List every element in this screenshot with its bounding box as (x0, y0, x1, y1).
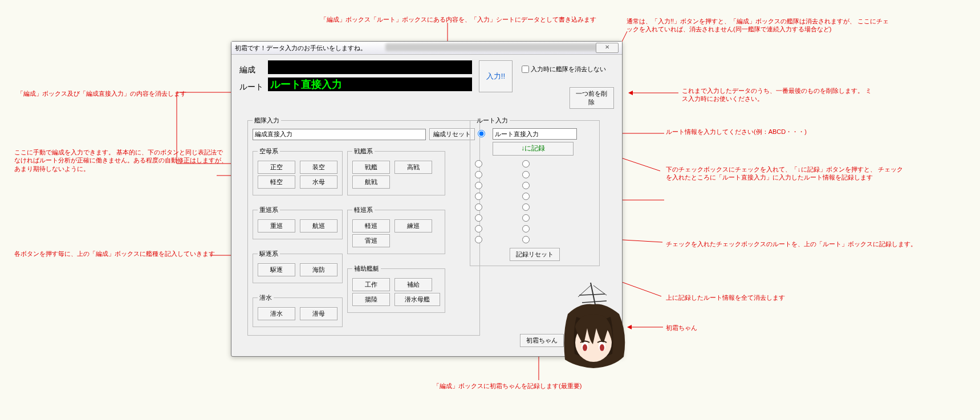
annot-direct-desc: ここに手動で編成を入力できます。 基本的に、下のボタンと同じ表記法でなければルー… (14, 148, 228, 173)
route-check-2h[interactable] (522, 236, 530, 243)
route-direct-input[interactable] (493, 128, 577, 140)
btn-renjun[interactable]: 練巡 (395, 219, 432, 233)
group-juujun: 重巡系 重巡 航巡 (253, 206, 343, 239)
fleet-input-group: 艦隊入力 編成リセット 空母系 正空 装空 軽空 水母 (247, 116, 480, 336)
btn-souku[interactable]: 装空 (300, 161, 337, 174)
annot-routeinput-desc: ルート情報を入力してください(例：ABCD・・・) (666, 128, 807, 136)
btn-kousen[interactable]: 高戦 (395, 161, 432, 174)
annot-shipbtn-desc: 各ボタンを押す毎に、上の「編成」ボックスに艦種を記入していきます (14, 250, 215, 258)
group-sensui: 潜水 潜水 潜母 (253, 293, 343, 327)
annot-reset-desc: 「編成」ボックス及び「編成直接入力」の内容を消去します (17, 89, 186, 97)
route-check-2f[interactable] (522, 214, 530, 222)
route-check-2g[interactable] (522, 225, 530, 233)
btn-keiku[interactable]: 軽空 (258, 176, 295, 189)
route-check-1d[interactable] (475, 193, 482, 200)
route-check-1b[interactable] (475, 171, 482, 178)
no-clear-checkbox[interactable] (522, 66, 529, 73)
route-check-1c[interactable] (475, 182, 482, 189)
btn-kousen2[interactable]: 航戦 (352, 176, 390, 189)
legend-senkan: 戦艦系 (352, 147, 375, 156)
svg-point-36 (583, 344, 587, 351)
svg-marker-14 (628, 91, 633, 95)
route-check-2a[interactable] (522, 160, 530, 168)
fleet-direct-input[interactable] (253, 129, 426, 140)
svg-point-34 (575, 323, 612, 362)
group-kuchiku: 駆逐系 駆逐 海防 (253, 250, 343, 283)
legend-sensui: 潜水 (258, 293, 274, 302)
window-title: 初霜です！データ入力のお手伝いをしますね。 (235, 44, 367, 52)
route-label: ルート (239, 80, 268, 92)
svg-line-31 (582, 301, 607, 303)
btn-senbo[interactable]: 潜母 (300, 307, 337, 320)
character-image (556, 283, 631, 368)
btn-kousaku[interactable]: 工作 (352, 278, 390, 291)
input-button[interactable]: 入力!! (479, 60, 513, 92)
legend-kuchiku: 駆逐系 (258, 250, 280, 258)
route-check-col-1 (475, 160, 482, 243)
legend-keijun: 軽巡系 (352, 206, 375, 214)
main-window: 初霜です！データ入力のお手伝いをしますね。 ✕ 編成 ルート ルート直接入力 入… (231, 41, 623, 357)
route-check-2d[interactable] (522, 193, 530, 200)
close-button[interactable]: ✕ (596, 43, 619, 53)
fleet-reset-button[interactable]: 編成リセット (429, 128, 475, 140)
svg-line-32 (578, 286, 591, 297)
btn-juujun[interactable]: 重巡 (258, 219, 295, 233)
annot-routecheck-desc: チェックを入れたチェックボックスのルートを、上の「ルート」ボックスに記録します。 (666, 240, 917, 248)
route-check-2b[interactable] (522, 171, 530, 178)
annot-checkbox-desc: 通常は、「入力!!」ボタンを押すと、「編成」ボックスの艦隊は消去されますが、 こ… (627, 17, 894, 34)
btn-sensuibokan[interactable]: 潜水母艦 (395, 293, 440, 306)
annot-routereset-desc: 上に記録したルート情報を全て消去します (666, 293, 785, 301)
route-check-2e[interactable] (522, 203, 530, 211)
svg-point-37 (599, 342, 605, 351)
route-check-1f[interactable] (475, 214, 482, 222)
btn-sensui[interactable]: 潜水 (258, 307, 295, 320)
route-legend: ルート入力 (475, 116, 510, 125)
hatsushimo-button[interactable]: 初霜ちゃん (520, 334, 564, 347)
route-reset-button[interactable]: 記録リセット (510, 248, 560, 261)
route-check-1h[interactable] (475, 236, 482, 243)
btn-youriku[interactable]: 揚陸 (352, 293, 390, 306)
fleet-legend: 艦隊入力 (253, 116, 281, 125)
no-clear-label: 入力時に艦隊を消去しない (531, 65, 606, 74)
annot-hatsushimo-desc: 「編成」ボックスに初霜ちゃんを記録します(最重要) (433, 382, 582, 390)
route-check-1g[interactable] (475, 225, 482, 233)
legend-hojo: 補助艦艇 (352, 264, 381, 273)
titlebar: 初霜です！データ入力のお手伝いをしますね。 ✕ (231, 42, 622, 55)
annot-delprev-desc: これまで入力したデータのうち、一番最後のものを削除します。 ミス入力時にお使いく… (682, 87, 876, 103)
btn-keijun[interactable]: 軽巡 (352, 219, 390, 233)
btn-senkan[interactable]: 戦艦 (352, 161, 390, 174)
route-box[interactable]: ルート直接入力 (268, 78, 472, 91)
svg-line-30 (579, 294, 605, 295)
svg-point-38 (600, 344, 604, 351)
btn-raijun[interactable]: 雷巡 (352, 234, 390, 247)
btn-seiku[interactable]: 正空 (258, 161, 295, 174)
route-input-group: ルート入力 ↓に記録 (470, 116, 600, 266)
group-hojo: 補助艦艇 工作 補給 揚陸 潜水母艦 (347, 264, 445, 313)
btn-suibo[interactable]: 水母 (300, 176, 337, 189)
group-senkan: 戦艦系 戦艦 高戦 航戦 (347, 147, 445, 195)
group-kubo: 空母系 正空 装空 軽空 水母 (253, 147, 343, 195)
svg-line-33 (593, 286, 607, 295)
legend-juujun: 重巡系 (258, 206, 280, 214)
annot-record-desc: 下のチェックボックスにチェックを入れて、「↓に記録」ボタンを押すと、 チェックを… (666, 165, 905, 182)
svg-point-35 (582, 342, 588, 351)
btn-kuchiku[interactable]: 駆逐 (258, 263, 295, 276)
svg-marker-26 (627, 325, 632, 329)
titlebar-blur (385, 43, 602, 51)
annot-input-desc: 「編成」ボックス「ルート」ボックスにある内容を、「入力」シートにデータとして書き… (320, 15, 596, 23)
route-check-2c[interactable] (522, 182, 530, 189)
route-check-1a[interactable] (475, 160, 482, 168)
delete-prev-button[interactable]: 一つ前を削除 (570, 87, 614, 109)
btn-kaibou[interactable]: 海防 (300, 263, 337, 276)
route-record-button[interactable]: ↓に記録 (493, 142, 574, 156)
route-mode-radio-1[interactable] (478, 130, 485, 137)
route-check-1e[interactable] (475, 203, 482, 211)
hensei-box[interactable] (268, 60, 472, 74)
hensei-label: 編成 (239, 63, 268, 75)
btn-hokyu[interactable]: 補給 (395, 278, 432, 291)
svg-line-29 (591, 283, 596, 310)
annot-character-desc: 初霜ちゃん (666, 324, 697, 332)
btn-koujun[interactable]: 航巡 (300, 219, 337, 233)
route-check-col-2 (522, 160, 530, 243)
legend-kubo: 空母系 (258, 147, 280, 156)
